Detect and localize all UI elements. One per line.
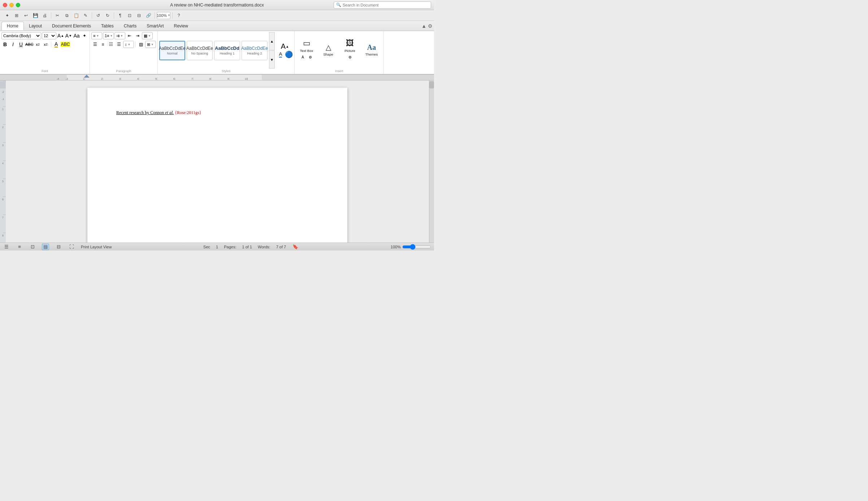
underline-btn[interactable]: U bbox=[17, 41, 25, 48]
style-heading1[interactable]: AaBbCcDd Heading 1 bbox=[214, 41, 240, 60]
textbox-color-btn[interactable]: A bbox=[299, 53, 307, 61]
view-web-btn[interactable]: ⊟ bbox=[55, 244, 62, 250]
picture-options-btn[interactable]: ⚙ bbox=[346, 53, 353, 61]
font-size-select[interactable]: 12 bbox=[42, 32, 56, 39]
print-button[interactable]: 🖨 bbox=[40, 11, 49, 20]
font-color-btn[interactable]: A bbox=[53, 41, 60, 48]
svg-text:3: 3 bbox=[2, 144, 4, 147]
picture-insert-btn[interactable]: 🖼 Picture ⚙ bbox=[339, 32, 360, 67]
styles-scroll-buttons: ▲ ▼ bbox=[269, 32, 275, 69]
document-paragraph[interactable]: Recent research by Connon et al. {Rose:2… bbox=[116, 109, 318, 116]
italic-btn[interactable]: I bbox=[9, 41, 17, 48]
align-right-btn[interactable]: ☷ bbox=[107, 41, 114, 48]
grid2-button[interactable]: ⊡ bbox=[125, 11, 134, 20]
bookmark-btn[interactable]: 🔖 bbox=[292, 244, 299, 250]
pilcrow-button[interactable]: ¶ bbox=[116, 11, 125, 20]
shading-btn[interactable]: ▨ bbox=[137, 41, 144, 48]
svg-rect-1 bbox=[67, 75, 262, 80]
ruler-svg: 1 2 3 4 5 6 7 8 9 10 -3 -4 bbox=[0, 75, 434, 80]
style-options-btn[interactable]: 🔵 bbox=[285, 51, 293, 58]
align-left-btn[interactable]: ☰ bbox=[91, 41, 99, 48]
section-label: Sec bbox=[203, 245, 210, 249]
tab-home[interactable]: Home bbox=[1, 22, 24, 30]
view-print-layout-btn[interactable]: ▤ bbox=[42, 244, 49, 250]
tab-layout[interactable]: Layout bbox=[24, 22, 47, 30]
tab-review[interactable]: Review bbox=[169, 22, 193, 30]
insert-content: ▭ Text Box A ⚙ △ Shape 🖼 Picture ⚙ bbox=[296, 32, 382, 67]
redo-button[interactable]: ↻ bbox=[103, 11, 112, 20]
change-case-btn[interactable]: Aa bbox=[73, 32, 80, 39]
new-button[interactable]: ✦ bbox=[3, 11, 12, 20]
tab-document-elements[interactable]: Document Elements bbox=[47, 22, 96, 30]
paste-button[interactable]: 📋 bbox=[72, 11, 81, 20]
document-page[interactable]: Recent research by Connon et al. {Rose:2… bbox=[87, 88, 347, 243]
minus-button[interactable]: ⊟ bbox=[135, 11, 143, 20]
paintbrush-button[interactable]: ✎ bbox=[81, 11, 90, 20]
view-outline-btn[interactable]: ≡ bbox=[16, 244, 23, 250]
svg-text:1: 1 bbox=[83, 77, 85, 80]
ribbon: Cambria (Body) 12 A▲ A▼ Aa ✦ B I U bbox=[0, 31, 434, 75]
number-list-btn[interactable]: 1≡▼ bbox=[103, 32, 114, 39]
page-container[interactable]: Recent research by Connon et al. {Rose:2… bbox=[6, 80, 429, 243]
style-change-btn[interactable]: A▲ bbox=[277, 43, 293, 50]
outline-list-btn[interactable]: ⇉▼ bbox=[114, 32, 125, 39]
outdent-btn[interactable]: ⇤ bbox=[126, 32, 133, 39]
strikethrough-btn[interactable]: ABC bbox=[25, 41, 34, 48]
cut-button[interactable]: ✂ bbox=[53, 11, 62, 20]
highlight-btn[interactable]: ABC bbox=[61, 41, 70, 48]
search-input[interactable] bbox=[343, 3, 429, 7]
tab-smartart[interactable]: SmartArt bbox=[142, 22, 169, 30]
view-fullscreen-btn[interactable]: ⛶ bbox=[68, 244, 75, 250]
superscript-btn[interactable]: x2 bbox=[34, 41, 42, 48]
style-normal[interactable]: AaBbCcDdEe Normal bbox=[159, 41, 185, 60]
textbox-insert-btn[interactable]: ▭ Text Box A ⚙ bbox=[296, 32, 317, 67]
close-button[interactable] bbox=[3, 3, 7, 7]
svg-text:1: 1 bbox=[2, 108, 4, 110]
svg-text:7: 7 bbox=[2, 216, 4, 219]
zoom-slider[interactable] bbox=[402, 244, 431, 250]
themes-insert-btn[interactable]: Aa Themes bbox=[361, 32, 382, 67]
ribbon-collapse-icon[interactable]: ▲ bbox=[421, 23, 426, 29]
style-color-btn[interactable]: A bbox=[277, 51, 284, 58]
style-heading2[interactable]: AaBbCcDdEe Heading 2 bbox=[242, 41, 268, 60]
window-controls[interactable] bbox=[3, 3, 20, 7]
borders-btn[interactable]: ⊞▼ bbox=[145, 41, 156, 48]
link-button[interactable]: 🔗 bbox=[144, 11, 153, 20]
textbox-options-btn[interactable]: ⚙ bbox=[307, 53, 314, 61]
subscript-btn[interactable]: x2 bbox=[42, 41, 49, 48]
indent-btn[interactable]: ⇥ bbox=[134, 32, 141, 39]
view-draft-btn[interactable]: ⊡ bbox=[29, 244, 36, 250]
tab-charts[interactable]: Charts bbox=[119, 22, 142, 30]
fullscreen-button[interactable] bbox=[16, 3, 20, 7]
styles-scroll-down[interactable]: ▼ bbox=[269, 51, 275, 69]
bold-btn[interactable]: B bbox=[1, 41, 9, 48]
justify-btn[interactable]: ☰ bbox=[115, 41, 122, 48]
styles-scroll-up[interactable]: ▲ bbox=[269, 32, 275, 50]
vertical-ruler-svg: 1 2 3 4 5 6 7 8 -1 -2 bbox=[0, 82, 6, 243]
undo-button[interactable]: ↺ bbox=[94, 11, 103, 20]
shape-insert-btn[interactable]: △ Shape bbox=[318, 32, 339, 67]
zoom-dropdown[interactable]: 100% ▼ bbox=[157, 12, 170, 19]
view-list-btn[interactable]: ☰ bbox=[3, 244, 10, 250]
copy-button[interactable]: ⧉ bbox=[62, 11, 71, 20]
increase-font-btn[interactable]: A▲ bbox=[57, 32, 64, 39]
save-button[interactable]: 💾 bbox=[31, 11, 40, 20]
ribbon-options-icon[interactable]: ⚙ bbox=[428, 23, 433, 29]
search-bar[interactable]: 🔍 bbox=[334, 1, 431, 9]
scrollbar-thumb[interactable] bbox=[429, 81, 434, 88]
help-button[interactable]: ? bbox=[174, 11, 183, 20]
line-spacing-btn[interactable]: ↕▼ bbox=[123, 41, 134, 48]
back-button[interactable]: ↩ bbox=[22, 11, 30, 20]
vertical-scrollbar[interactable] bbox=[429, 80, 434, 243]
bullet-list-btn[interactable]: ≡▼ bbox=[91, 32, 102, 39]
style-no-spacing[interactable]: AaBbCcDdEe No Spacing bbox=[187, 41, 213, 60]
minimize-button[interactable] bbox=[9, 3, 14, 7]
clear-format-btn[interactable]: ✦ bbox=[81, 32, 88, 39]
search-icon: 🔍 bbox=[336, 3, 341, 7]
align-center-btn[interactable]: ≡ bbox=[99, 41, 107, 48]
font-family-select[interactable]: Cambria (Body) bbox=[1, 32, 41, 39]
columns-btn[interactable]: ▦▼ bbox=[142, 32, 153, 39]
tab-tables[interactable]: Tables bbox=[96, 22, 119, 30]
grid-button[interactable]: ⊞ bbox=[12, 11, 21, 20]
decrease-font-btn[interactable]: A▼ bbox=[65, 32, 72, 39]
